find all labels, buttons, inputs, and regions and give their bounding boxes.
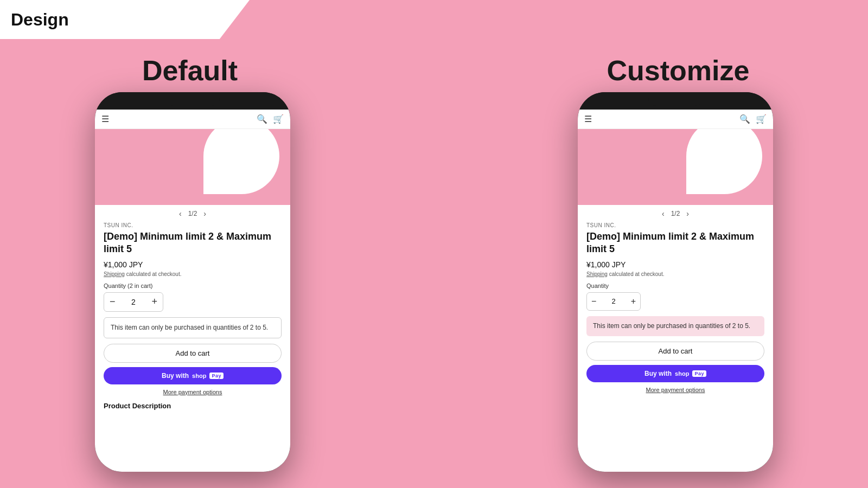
- cart-icon-right[interactable]: 🛒: [756, 114, 767, 124]
- next-image-arrow[interactable]: ›: [203, 209, 206, 218]
- more-payment-options-default[interactable]: More payment options: [104, 389, 282, 395]
- next-image-arrow-right[interactable]: ›: [686, 209, 689, 218]
- quantity-label-default: Quantity (2 in cart): [104, 282, 282, 289]
- customize-heading: Customize: [488, 54, 868, 87]
- notch-shape-right: [648, 96, 703, 106]
- vendor-default: TSUN INC.: [104, 222, 282, 228]
- image-pagination-customize: ‹ 1/2 ›: [578, 205, 773, 222]
- pay-badge-customize: Pay: [692, 370, 706, 377]
- prev-image-arrow[interactable]: ‹: [179, 209, 182, 218]
- pagination-text-default: 1/2: [188, 210, 197, 217]
- phone-screen-left: ☰ 🔍 🛒 ‹ 1/2 › TSUN INC. [Demo] Minimum l…: [95, 110, 290, 472]
- nav-icons-right: 🔍 🛒: [257, 114, 284, 124]
- product-image-blob: [203, 129, 279, 194]
- buy-with-shoppay-button-customize[interactable]: Buy with shop Pay: [586, 365, 764, 382]
- buy-with-shoppay-button-default[interactable]: Buy with shop Pay: [104, 367, 282, 384]
- vendor-customize: TSUN INC.: [586, 222, 764, 228]
- product-content-default: TSUN INC. [Demo] Minimum limit 2 & Maxim…: [95, 222, 290, 395]
- phone-screen-right: ☰ 🔍 🛒 ‹ 1/2 › TSUN INC. [Demo] Minimum l…: [578, 110, 773, 472]
- quantity-decrease-customize[interactable]: −: [587, 293, 601, 310]
- product-image-customize: [578, 129, 773, 205]
- shipping-info-default: Shipping calculated at checkout.: [104, 271, 282, 277]
- notch-shape: [165, 96, 220, 106]
- phone-notch-right: [578, 92, 773, 110]
- more-payment-options-customize[interactable]: More payment options: [586, 387, 764, 393]
- shipping-text-customize: calculated at checkout.: [609, 271, 665, 277]
- pay-badge-default: Pay: [209, 373, 224, 379]
- quantity-increase-default[interactable]: +: [146, 293, 163, 311]
- product-image-default: [95, 129, 290, 205]
- notice-box-default: This item can only be purchased in quant…: [104, 317, 282, 338]
- notice-text-customize: This item can only be purchased in quant…: [593, 322, 750, 330]
- hamburger-icon-right[interactable]: ☰: [584, 114, 592, 124]
- product-image-blob-right: [686, 129, 762, 194]
- quantity-value-customize: 2: [601, 297, 626, 305]
- product-content-customize: TSUN INC. [Demo] Minimum limit 2 & Maxim…: [578, 222, 773, 393]
- product-title-default: [Demo] Minimum limit 2 & Maximum limit 5: [104, 230, 282, 256]
- quantity-control-customize: − 2 +: [586, 292, 641, 311]
- shipping-link-default[interactable]: Shipping: [104, 271, 125, 277]
- product-title-customize: [Demo] Minimum limit 2 & Maximum limit 5: [586, 230, 764, 256]
- shipping-text-default: calculated at checkout.: [126, 271, 182, 277]
- nav-icons-right-right: 🔍 🛒: [739, 114, 767, 124]
- phone-customize: ☰ 🔍 🛒 ‹ 1/2 › TSUN INC. [Demo] Minimum l…: [578, 92, 773, 472]
- design-label: Design: [0, 0, 250, 39]
- product-price-customize: ¥1,000 JPY: [586, 260, 764, 269]
- buy-with-text-default: Buy with: [162, 372, 189, 380]
- phone-nav-right: ☰ 🔍 🛒: [578, 110, 773, 129]
- product-desc-default: Product Description: [95, 400, 290, 410]
- shipping-info-customize: Shipping calculated at checkout.: [586, 271, 764, 277]
- quantity-control-default: − 2 +: [104, 292, 163, 312]
- notice-text-default: This item can only be purchased in quant…: [111, 324, 268, 331]
- add-to-cart-button-default[interactable]: Add to cart: [104, 344, 282, 363]
- shipping-link-customize[interactable]: Shipping: [586, 271, 608, 277]
- default-heading: Default: [0, 54, 380, 87]
- product-price-default: ¥1,000 JPY: [104, 260, 282, 269]
- add-to-cart-button-customize[interactable]: Add to cart: [586, 342, 764, 361]
- quantity-value-default: 2: [121, 298, 146, 306]
- pagination-text-customize: 1/2: [671, 210, 680, 217]
- hamburger-icon[interactable]: ☰: [101, 114, 109, 124]
- shop-text: shop: [192, 373, 206, 379]
- design-label-text: Design: [11, 10, 69, 30]
- cart-icon[interactable]: 🛒: [273, 114, 284, 124]
- quantity-label-customize: Quantity: [586, 282, 764, 289]
- quantity-increase-customize[interactable]: +: [627, 293, 640, 310]
- quantity-decrease-default[interactable]: −: [104, 293, 121, 311]
- search-icon-right[interactable]: 🔍: [739, 114, 750, 124]
- buy-with-text-customize: Buy with: [644, 370, 672, 377]
- phone-default: ☰ 🔍 🛒 ‹ 1/2 › TSUN INC. [Demo] Minimum l…: [95, 92, 290, 472]
- prev-image-arrow-right[interactable]: ‹: [662, 209, 665, 218]
- phone-nav-left: ☰ 🔍 🛒: [95, 110, 290, 129]
- shop-text-right: shop: [675, 370, 689, 377]
- search-icon[interactable]: 🔍: [257, 114, 267, 124]
- phone-notch-left: [95, 92, 290, 110]
- image-pagination-default: ‹ 1/2 ›: [95, 205, 290, 222]
- notice-box-customize: This item can only be purchased in quant…: [586, 316, 764, 336]
